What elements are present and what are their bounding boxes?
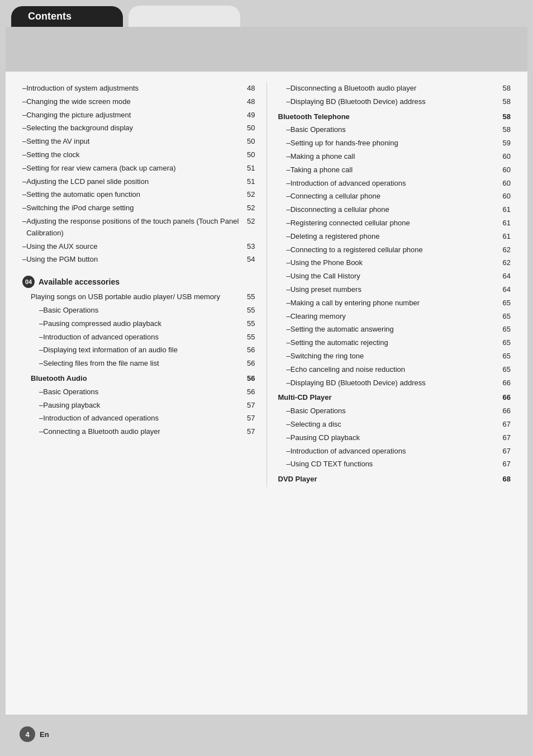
toc-item: – Connecting a cellular phone 60: [287, 191, 511, 202]
toc-item: – Introduction of advanced operations 60: [287, 178, 511, 190]
toc-item: – Changing the wide screen mode 48: [22, 96, 255, 108]
language-label: En: [40, 730, 49, 739]
toc-item: – Selecting a disc 67: [287, 419, 511, 431]
contents-title: Contents: [28, 11, 72, 22]
toc-item: – Introduction of system adjustments 48: [22, 83, 255, 94]
toc-item: – Disconnecting a Bluetooth audio player…: [287, 83, 511, 94]
toc-item: – Using the PGM button 54: [22, 254, 255, 266]
toc-item: – Connecting a Bluetooth audio player 57: [39, 426, 255, 438]
bluetooth-telephone-header: Bluetooth Telephone 58: [278, 111, 511, 123]
toc-item: – Taking a phone call 60: [287, 164, 511, 176]
header: Contents: [0, 0, 533, 27]
toc-item: – Echo canceling and noise reduction 65: [287, 364, 511, 376]
toc-item: – Disconnecting a cellular phone 61: [287, 204, 511, 216]
toc-item: – Switching the iPod charge setting 52: [22, 202, 255, 214]
main-content: – Introduction of system adjustments 48 …: [6, 72, 527, 715]
page-number: 4: [20, 726, 35, 742]
toc-item: – Setting the automatic open function 52: [22, 189, 255, 201]
toc-item: – Setting the clock 50: [22, 149, 255, 161]
toc-item: – Adjusting the response positions of th…: [22, 216, 255, 239]
header-tab-right: [129, 6, 240, 27]
left-column: – Introduction of system adjustments 48 …: [22, 83, 266, 487]
toc-item: – Pausing playback 57: [39, 400, 255, 412]
section-04-header: 04 Available accessories: [22, 276, 255, 288]
toc-item: – Switching the ring tone 65: [287, 351, 511, 362]
section-04-number: 04: [22, 276, 35, 288]
footer: 4 En: [8, 721, 60, 748]
toc-item: – Displaying BD (Bluetooth Device) addre…: [287, 96, 511, 108]
toc-item: – Connecting to a registered cellular ph…: [287, 244, 511, 256]
toc-item: – Introduction of advanced operations 57: [39, 413, 255, 424]
bluetooth-audio-header: Bluetooth Audio 56: [31, 373, 255, 385]
toc-item: – Setting the AV input 50: [22, 136, 255, 148]
toc-item: – Deleting a registered phone 61: [287, 231, 511, 243]
multi-cd-header: Multi-CD Player 66: [278, 392, 511, 404]
toc-item: – Basic Operations 66: [287, 405, 511, 417]
toc-item: – Basic Operations 55: [39, 305, 255, 316]
toc-item: – Registering connected cellular phone 6…: [287, 218, 511, 229]
toc-item: – Changing the picture adjustment 49: [22, 110, 255, 121]
gray-band: [6, 27, 527, 72]
usb-header: Playing songs on USB portable audio play…: [31, 291, 255, 303]
toc-item: – Using the AUX source 53: [22, 241, 255, 253]
toc-item: – Using preset numbers 64: [287, 284, 511, 296]
toc-item: – Using CD TEXT functions 67: [287, 459, 511, 470]
toc-item: – Pausing compressed audio playback 55: [39, 318, 255, 330]
dvd-player-header: DVD Player 68: [278, 474, 511, 485]
toc-item: – Using the Phone Book 62: [287, 257, 511, 269]
toc-item: – Clearing memory 65: [287, 311, 511, 323]
toc-item: – Basic Operations 56: [39, 386, 255, 398]
toc-item: – Selecting files from the file name lis…: [39, 358, 255, 370]
section-04-title: Available accessories: [39, 277, 120, 286]
right-column: – Disconnecting a Bluetooth audio player…: [266, 83, 511, 487]
toc-item: – Displaying BD (Bluetooth Device) addre…: [287, 377, 511, 389]
toc-item: – Setting the automatic answering 65: [287, 324, 511, 336]
toc-item: – Displaying text information of an audi…: [39, 344, 255, 356]
toc-item: – Introduction of advanced operations 67: [287, 446, 511, 457]
toc-item: – Selecting the background display 50: [22, 122, 255, 134]
toc-item: – Introduction of advanced operations 55: [39, 332, 255, 343]
toc-item: – Setting for rear view camera (back up …: [22, 163, 255, 174]
toc-item: – Basic Operations 58: [287, 124, 511, 136]
toc-item: – Making a phone call 60: [287, 151, 511, 163]
page: Contents – Introduction of system adjust…: [0, 0, 533, 756]
toc-item: – Pausing CD playback 67: [287, 432, 511, 444]
toc-item: – Adjusting the LCD panel slide position…: [22, 176, 255, 188]
header-tab-left: Contents: [11, 6, 123, 27]
two-column-layout: – Introduction of system adjustments 48 …: [22, 83, 511, 487]
toc-item: – Setting up for hands-free phoning 59: [287, 138, 511, 149]
toc-item: – Setting the automatic rejecting 65: [287, 337, 511, 349]
toc-item: – Using the Call History 64: [287, 271, 511, 282]
toc-item: – Making a call by entering phone number…: [287, 297, 511, 309]
